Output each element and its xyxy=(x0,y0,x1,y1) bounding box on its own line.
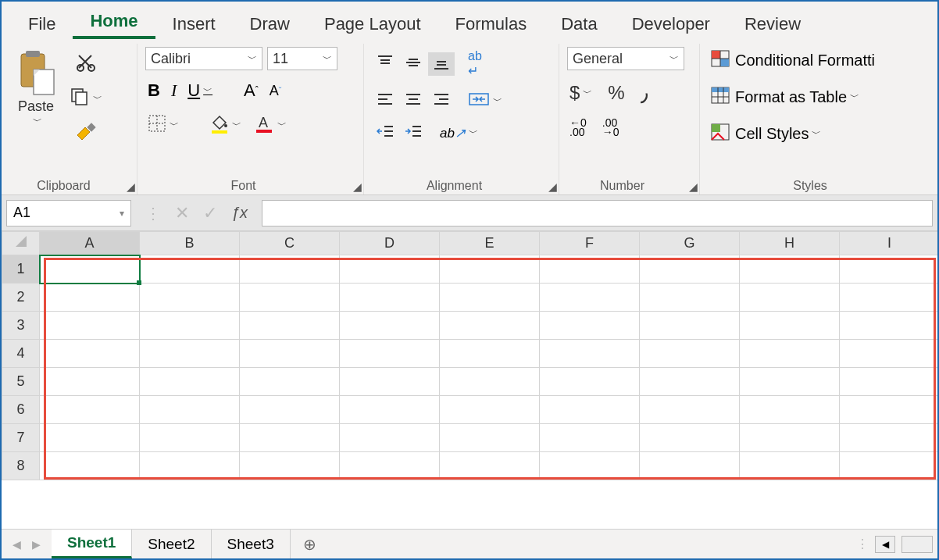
merge-center-button[interactable]: ﹀ xyxy=(466,88,505,113)
cancel-formula-button[interactable]: ✕ xyxy=(175,203,189,223)
italic-button[interactable]: I xyxy=(169,78,179,103)
cell[interactable] xyxy=(340,424,440,452)
font-name-dropdown[interactable]: Calibri ﹀ xyxy=(145,47,262,70)
cell[interactable] xyxy=(540,424,640,452)
align-right-button[interactable] xyxy=(428,89,455,112)
cell[interactable] xyxy=(440,255,540,284)
cell[interactable] xyxy=(440,424,540,452)
tab-file[interactable]: File xyxy=(11,8,73,39)
name-box[interactable]: A1 ▾ xyxy=(6,200,131,226)
align-center-button[interactable] xyxy=(400,89,427,112)
cell[interactable] xyxy=(740,396,840,424)
increase-decimal-button[interactable]: ←0.00 xyxy=(567,116,589,139)
decrease-font-button[interactable]: Aˇ xyxy=(267,80,284,102)
cell[interactable] xyxy=(740,312,840,340)
add-sheet-button[interactable]: ⊕ xyxy=(291,535,329,554)
align-middle-button[interactable] xyxy=(400,52,427,76)
cell[interactable] xyxy=(540,340,640,368)
tab-page-layout[interactable]: Page Layout xyxy=(307,8,438,39)
cell[interactable] xyxy=(340,452,440,480)
cell[interactable] xyxy=(140,340,240,368)
cell[interactable] xyxy=(640,452,740,480)
cell[interactable] xyxy=(340,396,440,424)
cell[interactable] xyxy=(440,312,540,340)
paste-dropdown[interactable]: ﹀ xyxy=(30,115,42,128)
cell[interactable] xyxy=(140,424,240,452)
cell[interactable] xyxy=(640,255,740,284)
hscroll-track[interactable] xyxy=(902,536,933,553)
format-painter-button[interactable] xyxy=(67,119,105,148)
row-header-4[interactable]: 4 xyxy=(2,340,40,368)
tab-formulas[interactable]: Formulas xyxy=(438,8,544,39)
font-color-button[interactable]: A ﹀ xyxy=(252,111,289,139)
cell[interactable] xyxy=(640,340,740,368)
cell[interactable] xyxy=(840,340,938,368)
select-all-corner[interactable] xyxy=(2,232,40,255)
row-header-3[interactable]: 3 xyxy=(2,312,40,340)
cell[interactable] xyxy=(140,312,240,340)
cell[interactable] xyxy=(840,368,938,396)
cell[interactable] xyxy=(540,312,640,340)
conditional-formatting-button[interactable]: Conditional Formatti xyxy=(708,47,877,74)
decrease-decimal-button[interactable]: .00→0 xyxy=(600,116,622,139)
cell[interactable] xyxy=(240,424,340,452)
cell[interactable] xyxy=(740,452,840,480)
cell[interactable] xyxy=(840,452,938,480)
cell[interactable] xyxy=(840,424,938,452)
cell[interactable] xyxy=(140,255,240,284)
wrap-text-button[interactable]: ab↵ xyxy=(466,47,484,80)
alignment-launcher[interactable]: ◢ xyxy=(548,180,557,193)
cell[interactable] xyxy=(740,255,840,284)
cell[interactable] xyxy=(140,396,240,424)
cell[interactable] xyxy=(640,284,740,312)
enter-formula-button[interactable]: ✓ xyxy=(203,203,217,223)
formula-input[interactable] xyxy=(262,200,933,226)
more-icon[interactable]: ⋮ xyxy=(145,204,161,223)
format-as-table-button[interactable]: Format as Table ﹀ xyxy=(708,84,862,111)
increase-indent-button[interactable] xyxy=(400,121,427,144)
cell[interactable] xyxy=(640,424,740,452)
cut-button[interactable] xyxy=(67,50,105,78)
cell[interactable] xyxy=(840,255,938,284)
cell[interactable] xyxy=(340,284,440,312)
tab-home[interactable]: Home xyxy=(73,5,155,39)
cell[interactable] xyxy=(40,424,140,452)
tab-developer[interactable]: Developer xyxy=(615,8,727,39)
cell[interactable] xyxy=(240,452,340,480)
cell-A1[interactable] xyxy=(40,255,140,284)
cell[interactable] xyxy=(540,368,640,396)
font-size-dropdown[interactable]: 11 ﹀ xyxy=(267,47,337,70)
row-header-8[interactable]: 8 xyxy=(2,452,40,480)
cell[interactable] xyxy=(140,452,240,480)
cell[interactable] xyxy=(340,340,440,368)
cell[interactable] xyxy=(540,284,640,312)
sheet-tab-1[interactable]: Sheet1 xyxy=(52,530,132,558)
tab-review[interactable]: Review xyxy=(727,8,818,39)
font-launcher[interactable]: ◢ xyxy=(353,180,362,193)
cell[interactable] xyxy=(540,396,640,424)
column-header-H[interactable]: H xyxy=(740,232,840,255)
cell[interactable] xyxy=(440,368,540,396)
spreadsheet-grid[interactable]: A B C D E F G H I 1 2 3 4 5 6 7 8 xyxy=(2,231,937,529)
column-header-F[interactable]: F xyxy=(540,232,640,255)
column-header-B[interactable]: B xyxy=(140,232,240,255)
row-header-2[interactable]: 2 xyxy=(2,284,40,312)
cell[interactable] xyxy=(440,340,540,368)
paste-icon[interactable] xyxy=(12,47,59,98)
cell[interactable] xyxy=(240,312,340,340)
bold-button[interactable]: B xyxy=(145,78,162,103)
sheet-nav-next[interactable]: ▶ xyxy=(32,538,41,551)
underline-button[interactable]: U﹀ xyxy=(185,78,215,103)
cell[interactable] xyxy=(440,284,540,312)
cell[interactable] xyxy=(340,368,440,396)
cell[interactable] xyxy=(840,312,938,340)
cell[interactable] xyxy=(640,312,740,340)
cell[interactable] xyxy=(740,340,840,368)
cell[interactable] xyxy=(240,255,340,284)
cell[interactable] xyxy=(40,340,140,368)
cell[interactable] xyxy=(440,452,540,480)
cell[interactable] xyxy=(40,452,140,480)
column-header-E[interactable]: E xyxy=(440,232,540,255)
borders-button[interactable]: ﹀ xyxy=(145,112,181,138)
cell[interactable] xyxy=(340,312,440,340)
